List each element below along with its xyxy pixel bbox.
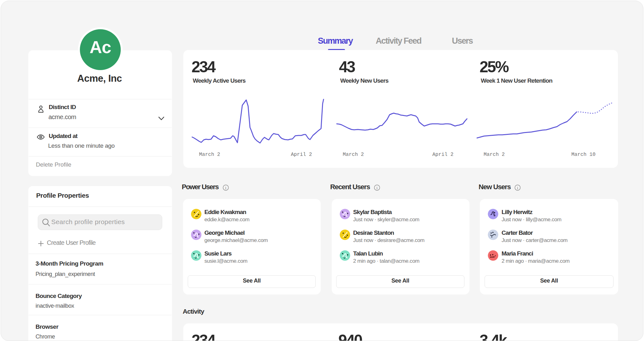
svg-text:i: i — [376, 185, 378, 190]
svg-text:i: i — [517, 185, 518, 190]
svg-text:i: i — [225, 185, 226, 190]
